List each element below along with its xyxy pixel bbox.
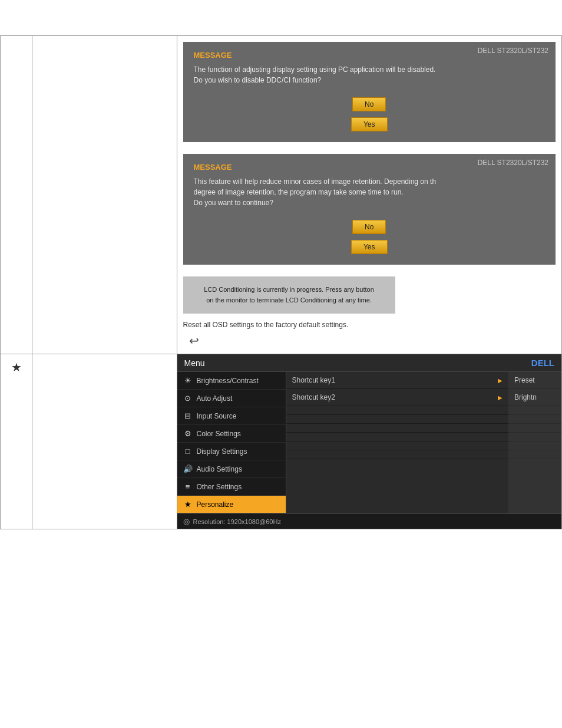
menu-item-color-settings-label: Color Settings — [197, 430, 241, 438]
top-content-cell: DELL ST2320L/ST232 MESSAGE The function … — [177, 36, 562, 354]
right-empty1 — [508, 406, 561, 415]
bottom-content-cell: Menu DELL ☀ Brightness/Contrast ⊙ Auto A… — [177, 354, 562, 529]
other-settings-icon: ≡ — [183, 482, 193, 491]
color-settings-icon: ⚙ — [183, 429, 193, 438]
footer-resolution-text: Resolution: 1920x1080@60Hz — [193, 518, 281, 525]
menu-item-auto-adjust[interactable]: ⊙ Auto Adjust — [177, 390, 286, 407]
right-item-preset: Preset — [508, 372, 561, 389]
middle-empty4 — [286, 433, 509, 442]
brightness-icon: ☀ — [183, 376, 193, 385]
display-settings-icon: □ — [183, 447, 193, 456]
shortcut-key2-label: Shortcut key2 — [292, 393, 335, 401]
menu-item-display-settings-label: Display Settings — [197, 447, 247, 456]
menu-right-panel: Preset Brightn — [508, 372, 561, 513]
shortcut-key2-arrow: ▶ — [498, 394, 503, 401]
shortcut-key1-arrow: ▶ — [498, 377, 503, 384]
dialog1-body: The function of adjusting display settin… — [194, 64, 546, 85]
middle-empty3 — [286, 424, 509, 433]
dialog-ddc: DELL ST2320L/ST232 MESSAGE The function … — [183, 42, 556, 142]
dialog2-brand: DELL ST2320L/ST232 — [478, 159, 548, 167]
menu-item-personalize-label: Personalize — [197, 500, 234, 509]
input-source-icon: ⊟ — [183, 411, 193, 420]
dialog2-buttons: No Yes — [194, 220, 546, 254]
footer-icon: ◎ — [183, 517, 190, 526]
menu-item-input-source[interactable]: ⊟ Input Source — [177, 407, 286, 425]
top-star-cell — [1, 36, 32, 354]
dialog-lcd: DELL ST2320L/ST232 MESSAGE This feature … — [183, 154, 556, 265]
right-empty6 — [508, 450, 561, 459]
menu-item-audio-settings-label: Audio Settings — [197, 465, 242, 473]
top-empty-cell — [32, 36, 177, 354]
dialog1-no-button[interactable]: No — [352, 97, 386, 111]
right-item-brightn: Brightn — [508, 389, 561, 406]
menu-item-input-source-label: Input Source — [197, 412, 237, 420]
middle-empty2 — [286, 415, 509, 424]
menu-columns: ☀ Brightness/Contrast ⊙ Auto Adjust ⊟ In… — [177, 372, 562, 513]
middle-empty5 — [286, 442, 509, 450]
lcd-conditioning-box: LCD Conditioning is currently in progres… — [183, 276, 395, 314]
menu-container: Menu DELL ☀ Brightness/Contrast ⊙ Auto A… — [177, 354, 562, 529]
reset-text: Reset all OSD settings to the factory de… — [183, 321, 556, 329]
menu-item-color-settings[interactable]: ⚙ Color Settings — [177, 425, 286, 443]
dialog2-no-button[interactable]: No — [352, 220, 386, 234]
shortcut-key2-row[interactable]: Shortcut key2 ▶ — [286, 389, 509, 406]
right-empty2 — [508, 415, 561, 424]
bottom-star-cell: ★ — [1, 354, 32, 529]
menu-item-display-settings[interactable]: □ Display Settings — [177, 443, 286, 460]
menu-header-label: Menu — [184, 358, 205, 368]
menu-footer: ◎ Resolution: 1920x1080@60Hz — [177, 513, 562, 529]
right-empty5 — [508, 442, 561, 450]
menu-header: Menu DELL — [177, 354, 562, 372]
bottom-empty-cell — [32, 354, 177, 529]
dialog2-yes-button[interactable]: Yes — [351, 240, 388, 254]
right-empty3 — [508, 424, 561, 433]
shortcut-key1-row[interactable]: Shortcut key1 ▶ — [286, 372, 509, 389]
middle-empty1 — [286, 406, 509, 415]
dialog2-body: This feature will help reduce minor case… — [194, 176, 546, 208]
menu-item-brightness-label: Brightness/Contrast — [197, 377, 259, 385]
auto-adjust-icon: ⊙ — [183, 394, 193, 403]
menu-item-audio-settings[interactable]: 🔊 Audio Settings — [177, 460, 286, 478]
menu-item-brightness[interactable]: ☀ Brightness/Contrast — [177, 372, 286, 390]
menu-left-panel: ☀ Brightness/Contrast ⊙ Auto Adjust ⊟ In… — [177, 372, 286, 513]
menu-item-other-settings-label: Other Settings — [197, 483, 242, 491]
menu-item-personalize[interactable]: ★ Personalize — [177, 496, 286, 513]
menu-item-auto-adjust-label: Auto Adjust — [197, 394, 233, 403]
dialog1-yes-button[interactable]: Yes — [351, 117, 388, 131]
audio-settings-icon: 🔊 — [183, 465, 193, 473]
menu-header-brand: DELL — [531, 358, 554, 368]
dialog1-brand: DELL ST2320L/ST232 — [478, 47, 548, 55]
dialog1-buttons: No Yes — [194, 97, 546, 131]
middle-empty6 — [286, 450, 509, 459]
menu-item-other-settings[interactable]: ≡ Other Settings — [177, 478, 286, 496]
personalize-icon: ★ — [183, 500, 193, 509]
right-empty4 — [508, 433, 561, 442]
reset-icon: ↩ — [189, 334, 199, 347]
shortcut-key1-label: Shortcut key1 — [292, 376, 335, 384]
menu-middle-panel: Shortcut key1 ▶ Shortcut key2 ▶ — [286, 372, 509, 513]
